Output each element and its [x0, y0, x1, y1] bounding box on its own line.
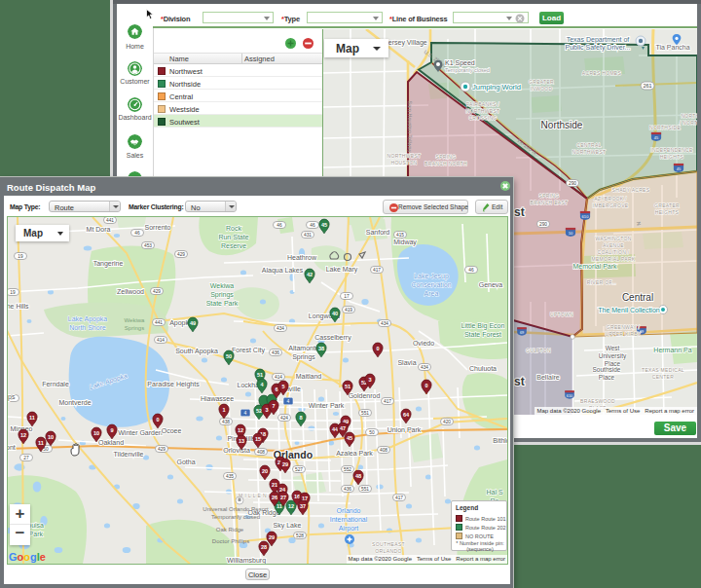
svg-text:408: 408	[257, 450, 265, 455]
svg-text:Area: Area	[424, 290, 439, 297]
svg-text:414: 414	[157, 338, 165, 343]
svg-text:12: 12	[238, 427, 243, 433]
svg-text:IMBERGROVE: IMBERGROVE	[593, 202, 629, 208]
svg-text:Zellwood: Zellwood	[117, 288, 144, 295]
svg-text:27: 27	[23, 456, 29, 460]
svg-text:Heathrow: Heathrow	[287, 254, 317, 261]
svg-text:37: 37	[300, 503, 306, 509]
svg-text:11: 11	[29, 415, 35, 421]
svg-text:40: 40	[332, 311, 338, 316]
svg-text:Lake Apopka: Lake Apopka	[68, 315, 108, 323]
svg-text:Lake Jesup: Lake Jesup	[414, 273, 449, 280]
svg-text:45: 45	[654, 135, 659, 140]
svg-text:417: 417	[395, 496, 403, 500]
svg-text:46: 46	[277, 223, 282, 228]
svg-text:ORLANDO: ORLANDO	[375, 548, 402, 554]
svg-text:Orlando: Orlando	[337, 507, 361, 514]
svg-text:Jumping World: Jumping World	[472, 83, 521, 92]
svg-text:Place: Place	[599, 374, 615, 381]
svg-text:436: 436	[344, 487, 351, 492]
svg-text:AZYBROOK /: AZYBROOK /	[594, 196, 627, 202]
svg-text:28: 28	[261, 544, 267, 550]
svg-text:438: 438	[222, 420, 230, 424]
svg-text:International: International	[330, 516, 368, 523]
svg-text:SHADY ACRES: SHADY ACRES	[612, 187, 650, 193]
svg-text:Winter Park: Winter Park	[309, 402, 345, 409]
svg-text:0: 0	[156, 417, 159, 423]
svg-text:8: 8	[299, 415, 302, 421]
svg-text:Orlovista: Orlovista	[223, 447, 250, 454]
svg-text:INWOOD: INWOOD	[531, 86, 553, 92]
svg-text:Maitland: Maitland	[296, 373, 322, 380]
svg-text:Goldenrod: Goldenrod	[349, 392, 381, 399]
svg-text:GREATER: GREATER	[529, 79, 554, 85]
svg-text:NORTHWEST: NORTHWEST	[387, 153, 422, 159]
svg-text:Paradise Heights: Paradise Heights	[147, 381, 200, 388]
svg-text:415: 415	[396, 233, 404, 238]
svg-text:Southside: Southside	[593, 366, 621, 373]
svg-text:BRANCH NORTH: BRANCH NORTH	[424, 161, 467, 166]
svg-text:419: 419	[345, 308, 352, 312]
svg-text:st: st	[514, 375, 525, 388]
svg-text:Azalea Park: Azalea Park	[336, 450, 373, 457]
svg-text:11: 11	[277, 503, 282, 509]
svg-text:429: 429	[158, 447, 166, 452]
svg-text:Slavia: Slavia	[397, 359, 416, 366]
svg-text:The Menil Collection: The Menil Collection	[598, 307, 660, 313]
svg-text:RIVER OF...: RIVER OF...	[587, 279, 617, 285]
svg-text:46: 46	[310, 223, 315, 228]
svg-text:434: 434	[381, 321, 388, 326]
svg-text:29: 29	[269, 534, 275, 540]
svg-text:CROSSING: CROSSING	[468, 115, 497, 121]
svg-text:551: 551	[361, 411, 369, 416]
svg-text:Midway: Midway	[393, 239, 417, 246]
svg-text:38: 38	[318, 346, 324, 351]
svg-text:1: 1	[222, 407, 225, 413]
svg-text:Oak Ridge: Oak Ridge	[216, 527, 244, 533]
svg-text:INDEPENDENCE: INDEPENDENCE	[650, 147, 693, 153]
svg-text:417: 417	[373, 268, 381, 273]
svg-text:261: 261	[643, 83, 651, 89]
svg-text:Ferndale: Ferndale	[42, 381, 69, 387]
svg-text:429: 429	[177, 252, 185, 257]
svg-text:GREATER: GREATER	[654, 202, 680, 208]
svg-text:Memorial Park: Memorial Park	[572, 263, 617, 270]
svg-text:434: 434	[421, 365, 428, 370]
svg-text:42: 42	[307, 272, 313, 277]
svg-text:29: 29	[282, 461, 288, 467]
svg-text:The Hills: The Hills	[8, 303, 29, 310]
svg-text:3: 3	[265, 407, 268, 413]
svg-text:Tangerine: Tangerine	[93, 260, 124, 268]
svg-text:West: West	[606, 345, 620, 351]
svg-text:HOUSTON: HOUSTON	[390, 160, 417, 165]
svg-text:ps: ps	[8, 393, 16, 401]
svg-text:0: 0	[424, 383, 427, 388]
svg-text:Bellaire: Bellaire	[536, 374, 559, 381]
svg-text:mont: mont	[8, 444, 16, 451]
svg-text:528: 528	[296, 533, 304, 538]
svg-text:CENTER: CENTER	[652, 374, 674, 380]
svg-text:AVENUE: AVENUE	[603, 242, 624, 248]
svg-text:48: 48	[355, 473, 361, 479]
svg-text:69: 69	[520, 331, 524, 335]
svg-text:GREENWAY /: GREENWAY /	[607, 324, 641, 330]
svg-text:4: 4	[244, 410, 247, 416]
svg-text:3: 3	[368, 377, 371, 383]
svg-text:North Shore: North Shore	[69, 324, 106, 331]
svg-text:Temporarily closed: Temporarily closed	[211, 514, 260, 520]
svg-text:290: 290	[539, 222, 547, 227]
svg-text:551: 551	[361, 487, 369, 492]
svg-text:Alaqua Lakes: Alaqua Lakes	[262, 267, 304, 275]
svg-text:5: 5	[281, 384, 284, 389]
svg-text:Tia Pancha: Tia Pancha	[655, 44, 689, 51]
svg-text:Montverde: Montverde	[58, 399, 91, 406]
svg-text:10: 10	[48, 434, 54, 440]
svg-text:Temporarily closed: Temporarily closed	[445, 67, 490, 73]
svg-text:Springs: Springs	[292, 353, 315, 361]
svg-text:Geneva: Geneva	[479, 281, 503, 288]
svg-text:NORTHSIDE: NORTHSIDE	[649, 125, 681, 130]
svg-text:Texas Department of: Texas Department of	[567, 36, 630, 44]
svg-text:UPPER KIRBY: UPPER KIRBY	[606, 331, 642, 337]
svg-text:527: 527	[295, 467, 303, 472]
svg-text:408: 408	[380, 448, 387, 453]
